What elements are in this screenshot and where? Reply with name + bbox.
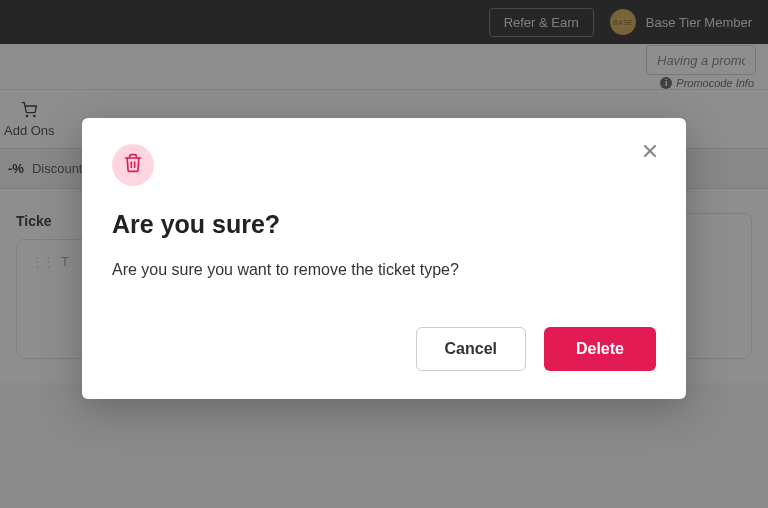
modal-body-text: Are you sure you want to remove the tick… <box>112 261 656 279</box>
close-icon <box>640 138 660 166</box>
trash-icon <box>123 153 143 177</box>
cancel-button[interactable]: Cancel <box>416 327 526 371</box>
confirm-modal: Are you sure? Are you sure you want to r… <box>82 118 686 399</box>
close-button[interactable] <box>634 136 666 168</box>
delete-button[interactable]: Delete <box>544 327 656 371</box>
modal-title: Are you sure? <box>112 210 656 239</box>
modal-icon-wrap <box>112 144 154 186</box>
modal-overlay: Are you sure? Are you sure you want to r… <box>0 0 768 508</box>
modal-actions: Cancel Delete <box>112 327 656 371</box>
